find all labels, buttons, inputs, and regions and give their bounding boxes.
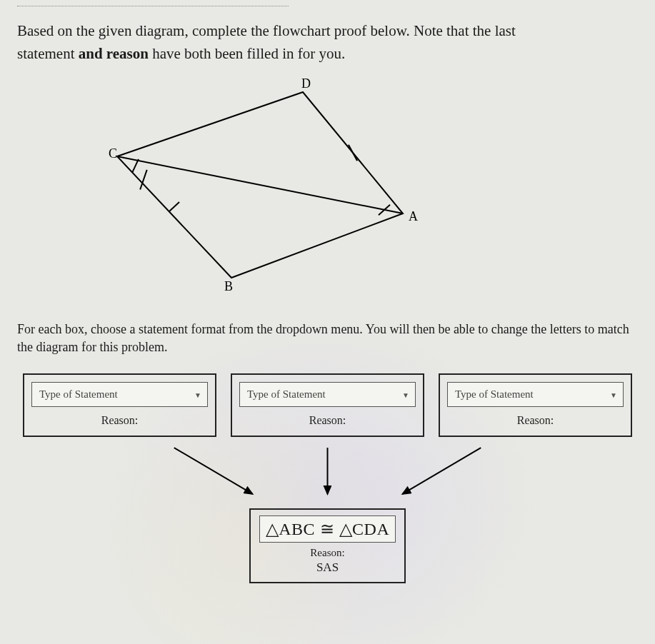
svg-line-5 bbox=[376, 205, 392, 215]
flow-arrows bbox=[17, 444, 638, 508]
statement-dropdown-2[interactable]: Type of Statement ▼ bbox=[239, 382, 416, 407]
arrows-container bbox=[17, 444, 638, 508]
dropdown-placeholder: Type of Statement bbox=[247, 388, 326, 400]
reason-label-3: Reason: bbox=[517, 414, 554, 427]
label-d: D bbox=[301, 78, 311, 91]
final-proof-box: △ABC ≅ △CDA Reason: SAS bbox=[249, 508, 406, 583]
proof-boxes-row: Type of Statement ▼ Reason: Type of Stat… bbox=[17, 373, 638, 437]
instr-line1: Based on the given diagram, complete the… bbox=[17, 22, 516, 39]
svg-line-9 bbox=[402, 448, 481, 494]
dotted-divider bbox=[17, 6, 289, 6]
proof-box-3: Type of Statement ▼ Reason: bbox=[439, 373, 632, 437]
label-c: C bbox=[109, 146, 117, 161]
svg-line-7 bbox=[174, 448, 253, 494]
quadrilateral-diagram: C D A B bbox=[89, 78, 446, 292]
svg-line-1 bbox=[117, 156, 403, 213]
instr-bold: and reason bbox=[79, 45, 149, 62]
svg-line-2 bbox=[134, 170, 154, 190]
chevron-down-icon: ▼ bbox=[194, 391, 201, 398]
sub-instructions: For each box, choose a statement format … bbox=[17, 321, 638, 356]
instructions-text: Based on the given diagram, complete the… bbox=[17, 20, 638, 65]
final-reason-label: Reason: bbox=[310, 547, 344, 559]
final-statement[interactable]: △ABC ≅ △CDA bbox=[259, 515, 396, 543]
final-reason-value: SAS bbox=[316, 560, 339, 575]
proof-box-1: Type of Statement ▼ Reason: bbox=[23, 373, 216, 437]
chevron-down-icon: ▼ bbox=[402, 391, 409, 398]
reason-label-2: Reason: bbox=[309, 414, 346, 427]
statement-dropdown-3[interactable]: Type of Statement ▼ bbox=[447, 382, 624, 407]
final-row: △ABC ≅ △CDA Reason: SAS bbox=[17, 508, 638, 583]
reason-label-1: Reason: bbox=[101, 414, 139, 427]
svg-line-3 bbox=[169, 202, 179, 211]
instr-line2a: statement bbox=[17, 45, 79, 62]
dropdown-placeholder: Type of Statement bbox=[455, 388, 534, 400]
label-a: A bbox=[409, 209, 418, 223]
statement-dropdown-1[interactable]: Type of Statement ▼ bbox=[31, 382, 208, 407]
label-b: B bbox=[224, 279, 233, 292]
chevron-down-icon: ▼ bbox=[610, 391, 617, 398]
diagram-container: C D A B bbox=[17, 78, 638, 292]
instr-line2c: have both been filled in for you. bbox=[149, 45, 345, 62]
dropdown-placeholder: Type of Statement bbox=[39, 388, 118, 400]
proof-box-2: Type of Statement ▼ Reason: bbox=[231, 373, 424, 437]
